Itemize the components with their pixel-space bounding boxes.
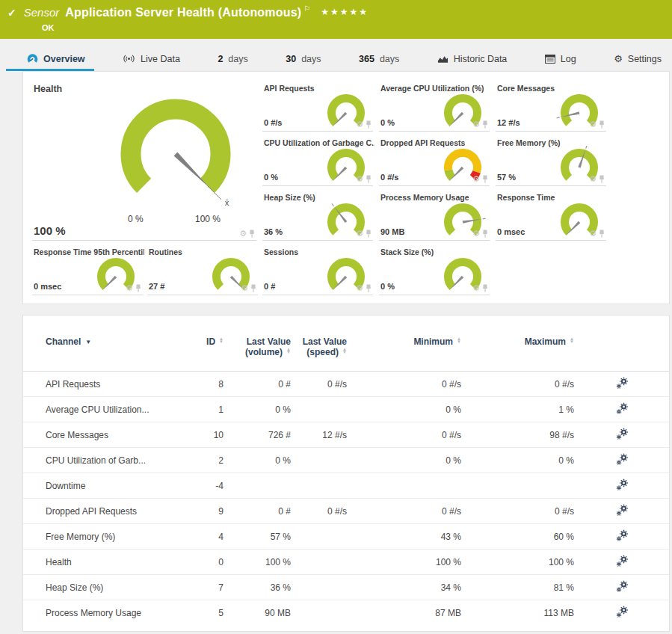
column-header-last-valuevolume[interactable]: Last Value(volume)▲▼ (224, 332, 291, 372)
tab-overview[interactable]: Overview (24, 46, 88, 71)
gear-icon[interactable]: ⚙ (356, 230, 363, 238)
gear-icon[interactable]: ⚙ (239, 230, 247, 238)
column-header-minimum[interactable]: Minimum▲▼ (347, 332, 461, 372)
channel-row-process-memory-usage[interactable]: Process Memory Usage590 MB87 MB113 MB (23, 600, 670, 626)
channel-settings-button[interactable] (616, 555, 629, 567)
sort-desc-icon: ▼ (85, 339, 91, 345)
channel-row-downtime[interactable]: Downtime-4 (23, 473, 670, 499)
gear-icon[interactable]: ⚙ (472, 175, 480, 183)
sort-arrows-icon[interactable]: ▲▼ (457, 337, 461, 343)
sort-arrows-icon[interactable]: ▲▼ (286, 348, 291, 354)
edit-channel-gears-icon[interactable] (616, 453, 629, 466)
pin-icon[interactable] (482, 284, 488, 292)
channel-settings-button[interactable] (616, 529, 629, 542)
gear-icon[interactable]: ⚙ (589, 120, 597, 129)
pin-icon[interactable] (599, 120, 605, 129)
channel-settings-button[interactable] (616, 606, 629, 618)
tab-30-days[interactable]: 30days (283, 46, 324, 71)
sort-arrows-icon[interactable]: ▲▼ (342, 348, 347, 354)
pin-icon[interactable] (366, 120, 372, 129)
edit-channel-gears-icon[interactable] (616, 529, 629, 542)
gear-icon[interactable]: ⚙ (472, 230, 480, 238)
pin-icon[interactable] (599, 230, 605, 238)
gauge-tile-health[interactable]: Healthx̄0 %100 %100 %⚙ (32, 82, 256, 241)
pin-icon[interactable] (366, 230, 372, 238)
gear-icon[interactable]: ⚙ (356, 175, 363, 183)
gear-icon[interactable]: ⚙ (241, 284, 248, 292)
pin-icon[interactable] (482, 175, 488, 183)
gear-icon[interactable]: ⚙ (126, 284, 133, 292)
edit-channel-gears-icon[interactable] (616, 504, 629, 517)
gauge-tile-free-memory[interactable]: Free Memory (%)57 %⚙ (496, 137, 606, 186)
pin-icon[interactable] (366, 175, 372, 183)
gauge-tile-stack-size[interactable]: Stack Size (%)0 %⚙ (379, 246, 490, 295)
column-header-last-valuespeed[interactable]: Last Value(speed)▲▼ (291, 332, 347, 372)
channel-settings-button[interactable] (616, 478, 629, 491)
gauge-tile-process-memory-usage[interactable]: Process Memory Usage90 MB⚙ (379, 191, 490, 241)
channel-settings-button[interactable] (616, 504, 629, 517)
gear-icon[interactable]: ⚙ (356, 284, 363, 292)
channel-row-api-requests[interactable]: API Requests80 #0 #/s0 #/s0 #/s (23, 372, 670, 397)
column-header-maximum[interactable]: Maximum▲▼ (461, 332, 574, 372)
gauge-tile-response-time[interactable]: Response Time0 msec⚙ (496, 191, 606, 241)
tab-2-days[interactable]: 2days (215, 46, 250, 71)
channel-settings-button[interactable] (616, 580, 629, 593)
tab-log[interactable]: Log (542, 46, 579, 71)
gauge-tile-sessions[interactable]: Sessions0 #⚙ (262, 246, 373, 295)
pin-icon[interactable] (250, 284, 256, 292)
pin-icon[interactable] (135, 284, 141, 292)
channel-settings-button[interactable] (616, 377, 629, 390)
tab-365-days[interactable]: 365days (356, 46, 402, 71)
edit-channel-gears-icon[interactable] (616, 377, 629, 390)
gauge-tile-routines[interactable]: Routines27 #⚙ (147, 246, 258, 295)
pin-icon[interactable] (482, 230, 488, 238)
tab-settings[interactable]: ⚙Settings (611, 46, 665, 71)
channel-settings-button[interactable] (616, 453, 629, 466)
channel-row-health[interactable]: Health0100 %100 %100 % (23, 550, 670, 575)
tab-live-data[interactable]: Live Data (120, 46, 183, 71)
channel-row-free-memory[interactable]: Free Memory (%)457 %43 %60 % (23, 524, 670, 550)
edit-channel-gears-icon[interactable] (616, 428, 629, 440)
gauge-label: Core Messages (497, 84, 555, 93)
sort-arrows-icon[interactable]: ▲▼ (219, 337, 224, 343)
gauge-average-tick (557, 117, 560, 118)
pin-icon[interactable] (599, 175, 605, 183)
channel-settings-button[interactable] (616, 402, 629, 415)
gauge-tile-heap-size[interactable]: Heap Size (%)36 %⚙ (262, 191, 373, 241)
edit-channel-gears-icon[interactable] (616, 478, 629, 491)
tab-number: 30 (286, 54, 296, 64)
pin-icon[interactable] (366, 284, 372, 292)
edit-channel-gears-icon[interactable] (616, 555, 629, 567)
channel-row-average-cpu-utilization[interactable]: Average CPU Utilization...10 %0 %1 % (23, 397, 670, 422)
edit-channel-gears-icon[interactable] (616, 580, 629, 593)
gauge-tile-dropped-api-requests[interactable]: Dropped API Requests0 #/s⚙ (379, 137, 490, 186)
flag-icon[interactable]: ⚐ (303, 4, 310, 13)
gauge-tile-average-cpu-utilization[interactable]: Average CPU Utilization (%)0 %⚙ (379, 82, 490, 132)
channel-row-dropped-api-requests[interactable]: Dropped API Requests90 #0 #/s0 #/s0 #/s (23, 499, 670, 524)
gear-icon[interactable]: ⚙ (472, 284, 480, 292)
gear-icon[interactable]: ⚙ (472, 120, 480, 129)
sort-arrows-icon[interactable]: ▲▼ (570, 337, 574, 343)
tab-historic-data[interactable]: Historic Data (434, 46, 511, 71)
column-label: Maximum (525, 336, 566, 347)
gear-icon[interactable]: ⚙ (356, 120, 363, 129)
gauge-tile-response-time-95th-percentile[interactable]: Response Time 95th Percentile0 msec⚙ (32, 246, 143, 295)
pin-icon[interactable] (482, 120, 488, 129)
channel-row-heap-size[interactable]: Heap Size (%)736 %34 %81 % (23, 575, 670, 600)
channel-row-core-messages[interactable]: Core Messages10726 #12 #/s0 #/s98 #/s (23, 422, 670, 448)
edit-channel-gears-icon[interactable] (616, 402, 629, 415)
cell-last-value-speed (291, 524, 347, 550)
gear-icon[interactable]: ⚙ (589, 230, 597, 238)
channel-settings-button[interactable] (616, 428, 629, 440)
column-header-id[interactable]: ID▲▼ (173, 332, 224, 372)
channel-row-cpu-utilization-of-garb[interactable]: CPU Utilization of Garb...20 %0 %0 % (23, 448, 670, 473)
gauge-tile-cpu-utilization-of-garbage-c[interactable]: CPU Utilization of Garbage C...0 %⚙ (262, 137, 373, 186)
edit-channel-gears-icon[interactable] (616, 606, 629, 618)
cell-minimum: 100 % (347, 550, 461, 575)
pin-icon[interactable] (249, 230, 255, 238)
gauge-tile-api-requests[interactable]: API Requests0 #/s⚙ (262, 82, 373, 132)
column-header-channel[interactable]: Channel▼ (23, 332, 173, 372)
gauge-tile-core-messages[interactable]: Core Messages12 #/s⚙ (496, 82, 606, 132)
gear-icon[interactable]: ⚙ (589, 175, 597, 183)
priority-stars[interactable]: ★★★★★ (321, 7, 369, 17)
